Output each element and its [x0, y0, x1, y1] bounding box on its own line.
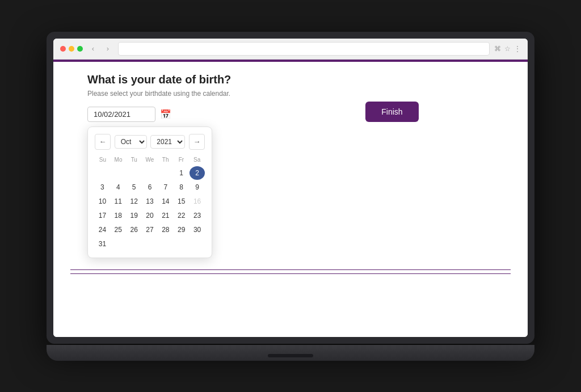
cal-day-12[interactable]: 12 [127, 195, 142, 208]
date-input[interactable] [87, 107, 155, 122]
calendar-icon[interactable]: 📅 [160, 109, 171, 120]
close-button[interactable] [60, 46, 66, 52]
finish-button[interactable]: Finish [365, 102, 418, 122]
browser-nav: ‹ › [87, 43, 113, 54]
month-select[interactable]: Jan Feb Mar Apr May Jun Jul Aug Sep Oc [115, 135, 147, 149]
weekday-su: Su [95, 155, 111, 164]
fullscreen-button[interactable] [77, 46, 83, 52]
cal-day-8[interactable]: 8 [174, 180, 189, 194]
traffic-lights [60, 46, 83, 52]
cal-day-10[interactable]: 10 [95, 195, 110, 208]
cal-day-empty [95, 166, 110, 180]
calendar-weekdays: Su Mo Tu We Th Fr Sa [95, 155, 205, 164]
cal-day-4[interactable]: 4 [111, 180, 126, 194]
bottom-accent-line-2 [70, 273, 511, 274]
next-month-button[interactable]: → [189, 134, 205, 150]
cal-day-5[interactable]: 5 [127, 180, 142, 194]
weekday-fr: Fr [174, 155, 190, 164]
laptop-screen: ‹ › ⌘ ☆ ⋮ What is your date of birth? [53, 39, 528, 337]
laptop-base [47, 345, 534, 361]
cal-day-28[interactable]: 28 [158, 223, 173, 237]
cal-day-14[interactable]: 14 [158, 195, 173, 208]
weekday-mo: Mo [111, 155, 127, 164]
cal-day-26[interactable]: 26 [127, 223, 142, 237]
menu-icon: ⋮ [514, 45, 521, 53]
cal-day-9[interactable]: 9 [190, 180, 205, 194]
laptop-frame: ‹ › ⌘ ☆ ⋮ What is your date of birth? [47, 32, 534, 361]
cal-day-23[interactable]: 23 [190, 209, 205, 222]
cal-day-7[interactable]: 7 [158, 180, 173, 194]
calendar-days: 1 2 3 4 5 6 7 8 9 10 [95, 166, 205, 251]
cal-day-17[interactable]: 17 [95, 209, 110, 222]
minimize-button[interactable] [69, 46, 74, 52]
cal-day-18[interactable]: 18 [111, 209, 126, 222]
content-row: What is your date of birth? Please selec… [53, 73, 528, 258]
cal-day-empty [158, 166, 173, 180]
cal-day-empty [142, 237, 158, 251]
weekday-sa: Sa [189, 155, 205, 164]
cal-day-3[interactable]: 3 [95, 180, 110, 194]
cal-day-31[interactable]: 31 [95, 237, 110, 251]
calendar-nav: ← Jan Feb Mar Apr May Jun Jul Aug [95, 134, 205, 150]
prev-month-button[interactable]: ← [95, 134, 111, 150]
cal-day-25[interactable]: 25 [111, 223, 126, 237]
page-title: What is your date of birth? [87, 73, 290, 86]
back-button[interactable]: ‹ [87, 43, 99, 54]
browser-tab-bar: ‹ › ⌘ ☆ ⋮ [53, 39, 528, 60]
year-select[interactable]: 2019 2020 2021 2022 [150, 135, 185, 149]
browser-actions: ⌘ ☆ ⋮ [494, 45, 521, 53]
command-icon: ⌘ [494, 45, 501, 53]
cal-day-16[interactable]: 16 [190, 195, 205, 208]
cal-day-6[interactable]: 6 [142, 180, 158, 194]
calendar-popup: ← Jan Feb Mar Apr May Jun Jul Aug [87, 127, 212, 258]
right-section: Finish [290, 73, 494, 258]
left-section: What is your date of birth? Please selec… [87, 73, 290, 258]
weekday-we: We [142, 155, 158, 164]
cal-day-empty [111, 237, 126, 251]
cal-day-30[interactable]: 30 [190, 223, 205, 237]
cal-day-empty [142, 166, 158, 180]
cal-day-29[interactable]: 29 [174, 223, 189, 237]
forward-button[interactable]: › [102, 43, 113, 54]
page-subtitle: Please select your birthdate using the c… [87, 90, 290, 98]
laptop-body: ‹ › ⌘ ☆ ⋮ What is your date of birth? [47, 32, 534, 344]
cal-day-20[interactable]: 20 [142, 209, 158, 222]
weekday-th: Th [158, 155, 174, 164]
cal-day-2[interactable]: 2 [190, 166, 205, 180]
date-input-row: 📅 [87, 107, 290, 122]
cal-day-empty [190, 237, 205, 251]
cal-day-empty [111, 166, 126, 180]
cal-day-11[interactable]: 11 [111, 195, 126, 208]
cal-day-22[interactable]: 22 [174, 209, 189, 222]
cal-day-empty [158, 237, 173, 251]
cal-day-13[interactable]: 13 [142, 195, 158, 208]
cal-day-1[interactable]: 1 [174, 166, 189, 180]
weekday-tu: Tu [126, 155, 142, 164]
address-bar[interactable] [118, 42, 490, 56]
cal-day-15[interactable]: 15 [174, 195, 189, 208]
page-content: What is your date of birth? Please selec… [53, 60, 528, 337]
star-icon: ☆ [504, 45, 511, 53]
cal-day-21[interactable]: 21 [158, 209, 173, 222]
cal-day-empty [174, 237, 189, 251]
cal-day-19[interactable]: 19 [127, 209, 142, 222]
cal-day-empty [127, 166, 142, 180]
bottom-dividers [53, 269, 528, 274]
cal-day-24[interactable]: 24 [95, 223, 110, 237]
cal-day-empty [127, 237, 142, 251]
top-accent-bar [53, 60, 528, 62]
cal-day-27[interactable]: 27 [142, 223, 158, 237]
